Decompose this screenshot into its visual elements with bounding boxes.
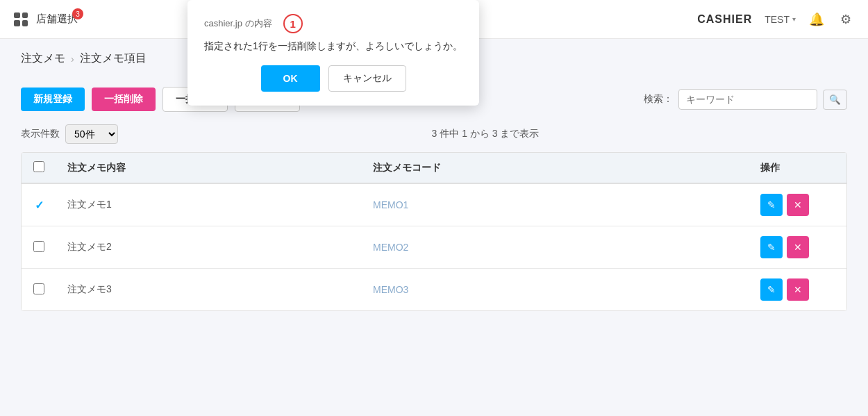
- dialog-ok-button[interactable]: OK: [261, 65, 320, 92]
- dialog-circle-icon: 1: [283, 14, 303, 33]
- confirm-dialog: cashier.jp の内容 1 指定された1行を一括削除しますが、よろしいでし…: [187, 0, 479, 106]
- dialog-overlay: cashier.jp の内容 1 指定された1行を一括削除しますが、よろしいでし…: [0, 0, 868, 325]
- dialog-title-text: cashier.jp の内容: [204, 17, 272, 30]
- dialog-title-row: cashier.jp の内容 1: [204, 14, 462, 33]
- dialog-buttons: OK キャンセル: [204, 65, 462, 92]
- dialog-message: 指定された1行を一括削除しますが、よろしいでしょうか。: [204, 40, 462, 53]
- dialog-cancel-button[interactable]: キャンセル: [328, 65, 406, 92]
